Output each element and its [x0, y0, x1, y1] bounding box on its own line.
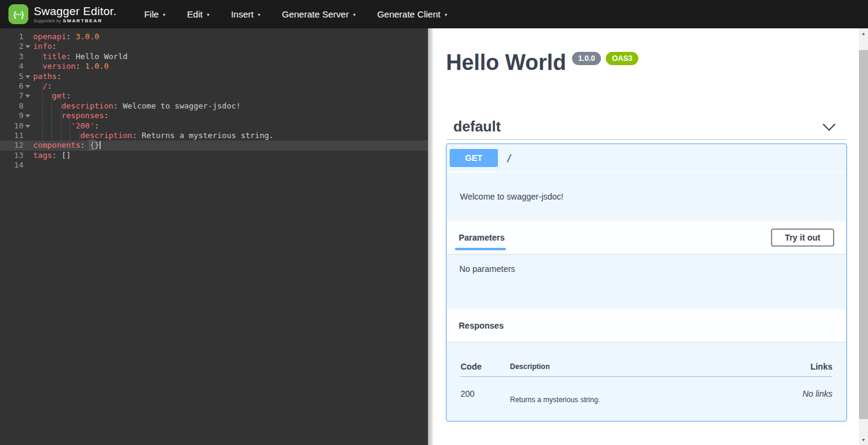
- scroll-down-icon[interactable]: ▼: [859, 435, 868, 445]
- pane-splitter[interactable]: [428, 28, 433, 445]
- editor-gutter-cell[interactable]: 5: [0, 72, 31, 81]
- code-text: title: Hello World: [33, 52, 128, 62]
- no-parameters-text: No parameters: [447, 254, 846, 309]
- responses-header-links: Links: [760, 342, 832, 377]
- editor-line[interactable]: 10 '200':: [0, 121, 428, 131]
- api-title: Hello World: [446, 49, 566, 75]
- fold-arrow-icon[interactable]: [25, 95, 30, 98]
- editor-gutter-cell[interactable]: 3: [0, 52, 31, 62]
- brand-subtitle: Supported bySMARTBEAR: [34, 18, 116, 24]
- editor-gutter-cell[interactable]: 8: [0, 101, 31, 111]
- fold-arrow-icon[interactable]: [25, 125, 30, 128]
- fold-arrow-icon[interactable]: [25, 85, 30, 88]
- menu-file[interactable]: File ▾: [133, 0, 176, 28]
- responses-header-description: Description: [510, 342, 760, 377]
- menu-generate-client[interactable]: Generate Client ▾: [366, 0, 458, 28]
- menu-generate-server[interactable]: Generate Server ▾: [271, 0, 366, 28]
- line-number: 6: [19, 81, 24, 91]
- line-number: 13: [14, 151, 24, 160]
- editor-gutter-cell[interactable]: 14: [0, 160, 31, 170]
- fold-arrow-icon[interactable]: [25, 45, 30, 48]
- responses-title: Responses: [459, 321, 504, 330]
- editor-gutter-cell[interactable]: 7: [0, 91, 31, 101]
- oas3-badge: OAS3: [606, 52, 638, 65]
- code-text: '200':: [33, 121, 99, 131]
- code-text: description: Returns a mysterious string…: [33, 131, 274, 140]
- editor-line[interactable]: 14: [0, 160, 428, 170]
- code-text: paths:: [33, 72, 61, 81]
- code-text: /:: [33, 81, 52, 91]
- scrollbar[interactable]: ▲ ▼: [859, 28, 868, 445]
- code-text: get:: [33, 91, 71, 101]
- editor-line[interactable]: 5paths:: [0, 72, 428, 81]
- editor-line[interactable]: 4 version: 1.0.0: [0, 62, 428, 71]
- code-text: version: 1.0.0: [33, 62, 108, 71]
- operation-path: /: [506, 153, 512, 164]
- chevron-down-icon[interactable]: [823, 118, 835, 131]
- caret-down-icon: ▾: [258, 11, 260, 17]
- editor-gutter-cell[interactable]: 6: [0, 81, 31, 91]
- editor-line[interactable]: 13tags: []: [0, 151, 428, 160]
- editor-line[interactable]: 9 responses:: [0, 111, 428, 121]
- response-code: 200: [461, 377, 510, 405]
- menu-insert-label: Insert: [231, 9, 254, 19]
- editor-line[interactable]: 1openapi: 3.0.0: [0, 32, 428, 42]
- line-number: 4: [19, 62, 24, 71]
- yaml-editor[interactable]: 1openapi: 3.0.02info:3 title: Hello Worl…: [0, 28, 428, 445]
- caret-down-icon: ▾: [353, 11, 356, 17]
- line-number: 12: [14, 140, 24, 150]
- line-number: 1: [19, 32, 24, 42]
- topbar: {···} Swagger Editor. Supported bySMARTB…: [0, 0, 868, 28]
- api-info: Hello World 1.0.0 OAS3: [446, 49, 847, 75]
- menu-insert[interactable]: Insert ▾: [220, 0, 271, 28]
- editor-line[interactable]: 2info:: [0, 42, 428, 51]
- response-links: No links: [760, 377, 832, 405]
- editor-line[interactable]: 3 title: Hello World: [0, 52, 428, 62]
- scroll-up-icon[interactable]: ▲: [859, 28, 868, 39]
- tag-title: default: [453, 119, 501, 134]
- line-number: 7: [19, 91, 24, 101]
- scrollbar-thumb[interactable]: [859, 50, 868, 419]
- parameters-tab[interactable]: Parameters: [459, 233, 505, 242]
- fold-arrow-icon[interactable]: [25, 115, 30, 118]
- caret-down-icon: ▾: [163, 11, 165, 17]
- editor-lines: 1openapi: 3.0.02info:3 title: Hello Worl…: [0, 28, 428, 170]
- editor-line[interactable]: 11 description: Returns a mysterious str…: [0, 131, 428, 140]
- tag-section: default GET / Welcome to swagger-jsdoc! …: [446, 114, 847, 421]
- menu-generate-client-label: Generate Client: [377, 9, 441, 19]
- menu-file-label: File: [144, 9, 159, 19]
- editor-gutter-cell[interactable]: 1: [0, 32, 31, 42]
- line-number: 14: [14, 160, 24, 170]
- http-method-badge: GET: [450, 149, 498, 167]
- menu-edit-label: Edit: [187, 9, 203, 19]
- editor-gutter-cell[interactable]: 13: [0, 151, 31, 160]
- operation-summary[interactable]: GET /: [447, 144, 846, 172]
- editor-line[interactable]: 6 /:: [0, 81, 428, 91]
- menu-edit[interactable]: Edit ▾: [176, 0, 220, 28]
- editor-line[interactable]: 12components: {}: [0, 140, 428, 150]
- response-description: Returns a mysterious string.: [510, 377, 760, 405]
- api-docs-pane: Hello World 1.0.0 OAS3 default GET / Wel…: [433, 28, 859, 445]
- responses-table: Code Description Links 200 Returns a mys…: [461, 342, 832, 404]
- line-number: 11: [14, 131, 24, 140]
- response-row: 200 Returns a mysterious string. No link…: [461, 377, 832, 405]
- responses-header-code: Code: [461, 342, 510, 377]
- brand-text: Swagger Editor. Supported bySMARTBEAR: [34, 5, 116, 24]
- editor-gutter-cell[interactable]: 10: [0, 121, 31, 131]
- editor-gutter-cell[interactable]: 12: [0, 140, 31, 150]
- editor-gutter-cell[interactable]: 2: [0, 42, 31, 51]
- line-number: 10: [14, 121, 24, 131]
- editor-line[interactable]: 7 get:: [0, 91, 428, 101]
- editor-line[interactable]: 8 description: Welcome to swagger-jsdoc!: [0, 101, 428, 111]
- menu-generate-server-label: Generate Server: [282, 9, 349, 19]
- line-number: 5: [19, 72, 24, 81]
- code-text: description: Welcome to swagger-jsdoc!: [33, 101, 241, 111]
- tag-section-header[interactable]: default: [446, 114, 847, 140]
- editor-gutter-cell[interactable]: 9: [0, 111, 31, 121]
- editor-gutter-cell[interactable]: 4: [0, 62, 31, 71]
- fold-arrow-icon[interactable]: [25, 75, 30, 78]
- try-it-out-button[interactable]: Try it out: [771, 229, 834, 247]
- code-text: components: {}: [33, 140, 101, 150]
- editor-gutter-cell[interactable]: 11: [0, 131, 31, 140]
- menubar: File ▾ Edit ▾ Insert ▾ Generate Server ▾…: [133, 0, 458, 28]
